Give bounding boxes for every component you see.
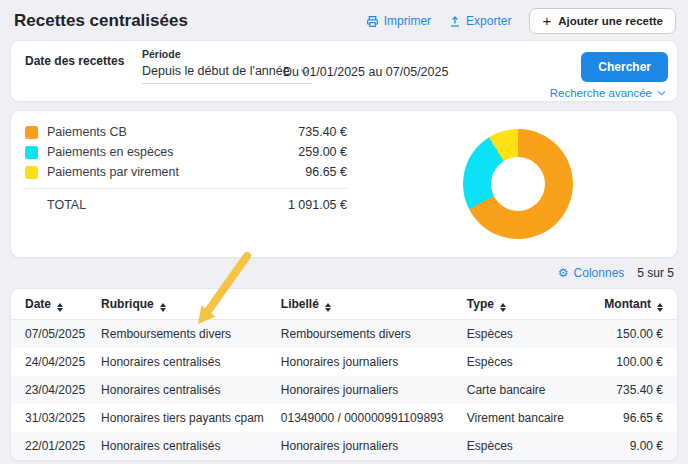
printer-icon	[366, 15, 379, 28]
legend-item: Paiements en espèces 259.00 €	[25, 142, 347, 162]
header-montant[interactable]: Montant	[585, 289, 678, 320]
print-button[interactable]: Imprimer	[366, 14, 431, 28]
columns-label: Colonnes	[574, 266, 625, 280]
cell-libelle: Honoraires journaliers	[273, 432, 459, 460]
legend-swatch-virement	[25, 166, 38, 179]
cell-rubrique: Honoraires centralisés	[93, 432, 273, 460]
cell-type: Carte bancaire	[459, 376, 585, 404]
sort-icon	[325, 303, 331, 312]
cell-type: Virement bancaire	[459, 404, 585, 432]
table-row[interactable]: 22/01/2025 Honoraires centralisés Honora…	[11, 432, 677, 460]
gear-icon: ⚙	[558, 267, 569, 279]
legend-label: Paiements CB	[47, 125, 127, 139]
cell-date: 22/01/2025	[11, 432, 93, 460]
cell-date: 07/05/2025	[11, 320, 93, 349]
legend-value: 259.00 €	[298, 145, 347, 159]
filter-card: Date des recettes Période Depuis le débu…	[10, 40, 678, 102]
cell-date: 31/03/2025	[11, 404, 93, 432]
legend-value: 735.40 €	[298, 125, 347, 139]
header-rubrique[interactable]: Rubrique	[93, 289, 273, 320]
header-date[interactable]: Date	[11, 289, 93, 320]
table-header-row: Date Rubrique Libellé Type Montant	[11, 289, 677, 320]
row-count: 5 sur 5	[637, 266, 674, 280]
export-label: Exporter	[466, 14, 511, 28]
cell-date: 23/04/2025	[11, 376, 93, 404]
sort-icon	[160, 303, 166, 312]
recettes-table-card: Date Rubrique Libellé Type Montant 07/05…	[10, 288, 678, 461]
legend-item: Paiements CB 735.40 €	[25, 122, 347, 142]
cell-montant: 100.00 €	[585, 348, 678, 376]
legend-label: Paiements par virement	[47, 165, 179, 179]
plus-icon: +	[542, 16, 551, 26]
payments-legend: Paiements CB 735.40 € Paiements en espèc…	[25, 122, 347, 212]
period-label: Période	[142, 48, 312, 60]
legend-value: 96.65 €	[305, 165, 347, 179]
table-meta-row: ⚙ Colonnes 5 sur 5	[0, 261, 674, 285]
legend-label: Paiements en espèces	[47, 145, 173, 159]
cell-rubrique: Honoraires centralisés	[93, 348, 273, 376]
top-bar: Recettes centralisées Imprimer Exporter …	[0, 0, 688, 34]
filter-date-label: Date des recettes	[25, 54, 124, 68]
cell-rubrique: Honoraires centralisés	[93, 376, 273, 404]
cell-libelle: Honoraires journaliers	[273, 376, 459, 404]
export-icon	[449, 15, 461, 28]
total-label: TOTAL	[47, 198, 86, 212]
cell-type: Espèces	[459, 432, 585, 460]
columns-button[interactable]: ⚙ Colonnes	[558, 266, 624, 280]
advanced-search-label: Recherche avancée	[550, 87, 652, 99]
search-button[interactable]: Chercher	[581, 52, 668, 82]
add-recette-label: Ajouter une recette	[558, 15, 663, 27]
cell-montant: 150.00 €	[585, 320, 678, 349]
date-range-text: Du 01/01/2025 au 07/05/2025	[283, 65, 448, 79]
sort-icon	[657, 303, 663, 312]
advanced-search-link[interactable]: Recherche avancée	[550, 87, 666, 99]
payments-donut-chart	[463, 129, 573, 239]
legend-swatch-especes	[25, 146, 38, 159]
summary-card: Paiements CB 735.40 € Paiements en espèc…	[10, 110, 678, 258]
total-value: 1 091.05 €	[288, 198, 347, 212]
cell-libelle: 01349000 / 000000991109893	[273, 404, 459, 432]
cell-libelle: Remboursements divers	[273, 320, 459, 349]
export-button[interactable]: Exporter	[449, 14, 511, 28]
page-title: Recettes centralisées	[14, 11, 188, 31]
cell-rubrique: Honoraires tiers payants cpam	[93, 404, 273, 432]
cell-montant: 96.65 €	[585, 404, 678, 432]
sort-icon	[500, 303, 506, 312]
cell-type: Espèces	[459, 320, 585, 349]
cell-type: Espèces	[459, 348, 585, 376]
cell-montant: 9.00 €	[585, 432, 678, 460]
sort-icon	[57, 303, 63, 312]
cell-montant: 735.40 €	[585, 376, 678, 404]
header-libelle[interactable]: Libellé	[273, 289, 459, 320]
header-type[interactable]: Type	[459, 289, 585, 320]
legend-total-row: TOTAL 1 091.05 €	[25, 188, 347, 212]
legend-swatch-cb	[25, 126, 38, 139]
add-recette-button[interactable]: + Ajouter une recette	[529, 8, 676, 34]
period-value: Depuis le début de l'année	[142, 64, 290, 78]
print-label: Imprimer	[384, 14, 431, 28]
top-actions: Imprimer Exporter + Ajouter une recette	[366, 8, 676, 34]
legend-item: Paiements par virement 96.65 €	[25, 162, 347, 182]
table-row[interactable]: 23/04/2025 Honoraires centralisés Honora…	[11, 376, 677, 404]
table-row[interactable]: 24/04/2025 Honoraires centralisés Honora…	[11, 348, 677, 376]
table-row[interactable]: 31/03/2025 Honoraires tiers payants cpam…	[11, 404, 677, 432]
cell-libelle: Honoraires journaliers	[273, 348, 459, 376]
cell-date: 24/04/2025	[11, 348, 93, 376]
table-row[interactable]: 07/05/2025 Remboursements divers Rembour…	[11, 320, 677, 349]
recettes-table: Date Rubrique Libellé Type Montant 07/05…	[11, 289, 677, 460]
cell-rubrique: Remboursements divers	[93, 320, 273, 349]
chevron-down-icon	[657, 90, 666, 96]
